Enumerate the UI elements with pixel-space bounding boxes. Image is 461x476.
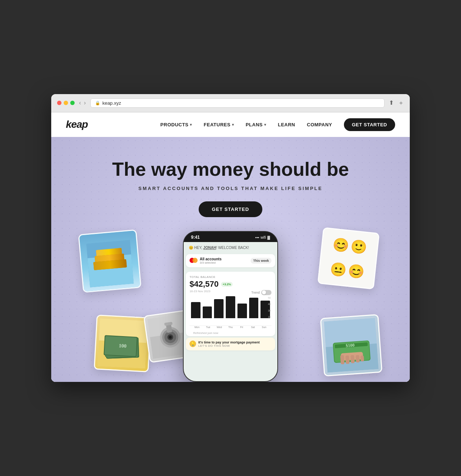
account-info: All accounts 3/3 selected: [200, 257, 221, 264]
lock-icon: 🔒: [95, 101, 100, 105]
mc-circle-right: [192, 258, 198, 263]
svg-rect-36: [351, 355, 355, 364]
balance-label: TOTAL BALANCE: [190, 275, 271, 279]
account-row: All accounts 3/3 selected This week: [186, 254, 275, 267]
chart-bar-wed: [214, 299, 224, 318]
forward-button[interactable]: ›: [84, 100, 86, 106]
notification-text: It's time to pay your mortgage payment: [198, 341, 260, 344]
account-sub: 3/3 selected: [200, 261, 221, 264]
trend-row: 16-23 Nov 2023 Trend: [190, 290, 271, 295]
chart-bar-tue: [203, 306, 212, 318]
signal-icon: ▪▪▪: [255, 235, 259, 239]
y-label-40: 40: [268, 303, 271, 305]
label-fri: Fri: [237, 326, 246, 328]
label-thu: Thu: [226, 326, 235, 328]
phone-mockup: 9:41 ▪▪▪ wifi ▓ 😊 HEY, JONAH! WELCOME BA…: [183, 231, 278, 382]
features-dropdown-icon: ▾: [232, 123, 234, 127]
minimize-button[interactable]: [64, 101, 68, 105]
svg-text:$100: $100: [346, 342, 355, 348]
floating-cards: 100: [66, 228, 395, 382]
y-label-50: 50: [268, 297, 271, 299]
trend-section: Trend: [251, 290, 271, 295]
nav-company[interactable]: COMPANY: [307, 122, 332, 127]
website-content: keap PRODUCTS ▾ FEATURES ▾ PLANS ▾ LEARN: [51, 112, 410, 382]
browser-window: ‹ › 🔒 keap.xyz ⬆ ＋ keap PRODUCTS ▾ FEATU…: [51, 94, 410, 382]
refreshed-text: Refreshed just now: [190, 330, 271, 336]
label-sun: Sun: [259, 326, 269, 328]
nav-plans[interactable]: PLANS ▾: [246, 122, 266, 127]
trend-toggle[interactable]: [261, 290, 271, 295]
chart-labels: Mon Tue Wed Thu Fri Sat Sun: [190, 326, 271, 328]
nav-features[interactable]: FEATURES ▾: [204, 122, 234, 127]
label-wed: Wed: [215, 326, 224, 328]
label-tue: Tue: [204, 326, 213, 328]
phone-header: 😊 HEY, JONAH! WELCOME BACK!: [184, 242, 277, 254]
notification-icon: 💡: [190, 341, 196, 347]
balance-change: +3.2%: [221, 282, 233, 287]
gold-bars-visual: [79, 231, 140, 292]
emoji-4: 😊: [347, 264, 365, 279]
main-nav: keap PRODUCTS ▾ FEATURES ▾ PLANS ▾ LEARN: [51, 112, 410, 137]
close-button[interactable]: [57, 101, 61, 105]
chart-container: 50 40 30 10 Mon Tue Wed: [190, 297, 271, 330]
new-tab-icon[interactable]: ＋: [398, 99, 404, 107]
nav-arrows: ‹ ›: [79, 100, 86, 106]
maximize-button[interactable]: [70, 101, 75, 105]
money-visual: 100: [95, 316, 150, 371]
balance-row: $42,570 +3.2%: [190, 279, 271, 289]
label-sat: Sat: [248, 326, 258, 328]
hero-headline: The way money should be: [66, 159, 395, 180]
phone-screen: 😊 HEY, JONAH! WELCOME BACK!: [184, 242, 277, 381]
logo[interactable]: keap: [66, 119, 88, 130]
cash-hand-visual: $100: [321, 315, 381, 375]
nav-get-started-button[interactable]: GET STARTED: [344, 118, 395, 131]
chart-bar-mon: [191, 302, 200, 318]
phone-notification[interactable]: 💡 It's time to pay your mortgage payment…: [186, 338, 275, 350]
label-mon: Mon: [192, 326, 202, 328]
svg-rect-35: [345, 356, 350, 364]
period-badge[interactable]: This week: [251, 258, 271, 264]
nav-products[interactable]: PRODUCTS ▾: [160, 122, 192, 127]
trend-label: Trend: [251, 291, 260, 294]
phone-greeting: 😊 HEY, JONAH! WELCOME BACK!: [189, 246, 272, 250]
browser-actions: ⬆ ＋: [389, 99, 404, 107]
emoji-1: 😊: [332, 238, 350, 253]
battery-icon: ▓: [267, 235, 270, 239]
hero-text: The way money should be SMART ACCOUNTS A…: [66, 159, 395, 217]
phone-status-icons: ▪▪▪ wifi ▓: [255, 235, 270, 239]
y-label-10: 10: [268, 316, 271, 318]
phone-time: 9:41: [191, 235, 200, 240]
share-icon[interactable]: ⬆: [389, 99, 394, 107]
chart-bar-thu: [226, 296, 235, 318]
emoji-2: 🙂: [350, 240, 368, 255]
chart-bar-fri: [237, 304, 247, 318]
balance-date: 16-23 Nov 2023: [190, 290, 210, 293]
notification-cta: LET'S DO THIS NOW: [198, 344, 260, 347]
account-left: All accounts 3/3 selected: [190, 257, 221, 264]
money-card: 100: [94, 315, 151, 372]
browser-chrome: ‹ › 🔒 keap.xyz ⬆ ＋: [51, 94, 410, 112]
notification-content: It's time to pay your mortgage payment L…: [198, 341, 260, 347]
plans-dropdown-icon: ▾: [264, 123, 266, 127]
nav-learn[interactable]: LEARN: [278, 122, 295, 127]
phone-status-bar: 9:41 ▪▪▪ wifi ▓: [184, 232, 277, 242]
wifi-icon: wifi: [261, 235, 266, 239]
emoji-visual: 😊 🙂 😐 😊: [319, 228, 379, 289]
svg-rect-37: [356, 355, 360, 363]
back-button[interactable]: ‹: [79, 100, 81, 106]
hero-subheadline: SMART ACCOUNTS AND TOOLS THAT MAKE LIFE …: [66, 186, 395, 191]
bar-chart: 50 40 30 10: [190, 297, 271, 326]
account-name: All accounts: [200, 257, 221, 261]
nav-links: PRODUCTS ▾ FEATURES ▾ PLANS ▾ LEARN COMP…: [160, 122, 332, 127]
cash-hand-card: $100: [320, 314, 383, 377]
address-bar[interactable]: 🔒 keap.xyz: [90, 98, 385, 108]
greeting-name: JONAH: [203, 246, 216, 250]
account-section: All accounts 3/3 selected This week: [184, 254, 277, 270]
products-dropdown-icon: ▾: [190, 123, 192, 127]
svg-rect-38: [360, 356, 364, 362]
emoji-3: 😐: [329, 262, 347, 277]
svg-text:100: 100: [119, 343, 127, 349]
svg-rect-34: [340, 355, 345, 365]
traffic-lights: [57, 101, 75, 105]
hero-get-started-button[interactable]: GET STARTED: [199, 201, 262, 217]
